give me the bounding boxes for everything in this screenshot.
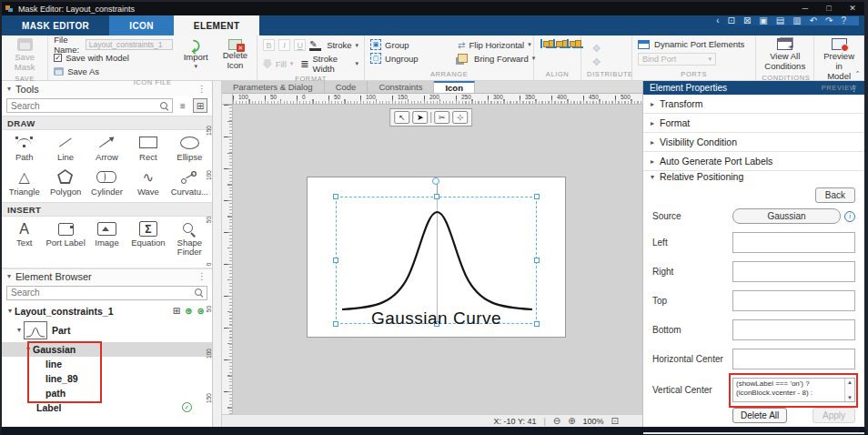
zoom-level[interactable]: 100% xyxy=(583,417,604,426)
flip-horizontal-button[interactable]: ⇄Flip Horizontal▾ xyxy=(458,40,541,50)
gaussian-curve[interactable] xyxy=(337,197,538,325)
canvas-viewport[interactable]: ↖ ➤ ✂ ⊹ xyxy=(233,105,642,414)
quick-access-icon[interactable]: ▣ xyxy=(759,16,767,25)
element-browser-collapse-icon[interactable]: ▾ xyxy=(7,272,11,280)
quick-access-icon[interactable]: ↶ xyxy=(810,16,817,25)
save-as-button[interactable]: Save As xyxy=(54,66,173,77)
ribbon-tab[interactable]: ELEMENT xyxy=(174,15,260,35)
align-middle-icon[interactable] xyxy=(560,39,562,48)
ribbon-tab[interactable]: MASK EDITOR xyxy=(2,15,109,35)
align-center-icon[interactable] xyxy=(552,39,555,48)
add-element-icon[interactable]: ⊕ xyxy=(185,307,192,316)
horizontal-center-field-input[interactable] xyxy=(732,349,855,369)
delete-icon-button[interactable]: Delete Icon xyxy=(219,37,251,72)
preview-in-model-button[interactable]: Preview in Model xyxy=(820,37,858,83)
element-browser-search[interactable] xyxy=(6,286,207,300)
label-visibility-icon[interactable]: ✓ xyxy=(182,402,192,412)
bold-button[interactable]: B xyxy=(263,39,275,51)
ribbon-collapse-icon[interactable]: ⌃ xyxy=(854,70,861,78)
close-button[interactable]: ✕ xyxy=(841,2,864,15)
tools-search-input[interactable] xyxy=(7,101,159,111)
align-bottom-icon[interactable] xyxy=(572,39,575,48)
accordion-section[interactable]: ▸ Transform xyxy=(643,95,864,114)
maximize-button[interactable]: □ xyxy=(817,2,841,15)
direct-select-tool-button[interactable]: ➤ xyxy=(412,111,428,124)
draw-tool[interactable]: ∿ Wave xyxy=(127,169,168,197)
quick-access-icon[interactable]: ▥ xyxy=(792,16,801,25)
top-field-input[interactable] xyxy=(732,290,855,311)
document-tab[interactable]: Code xyxy=(325,81,368,93)
cut-tool-button[interactable]: ✂ xyxy=(434,111,449,124)
stroke-width-label[interactable]: Stroke Width xyxy=(313,54,352,74)
back-button[interactable]: Back xyxy=(815,187,855,203)
element-browser-menu-icon[interactable]: ⋮ xyxy=(197,271,207,281)
tree-item-line[interactable]: line xyxy=(2,357,212,371)
ungroup-button[interactable]: ▢Ungroup xyxy=(370,53,454,64)
insert-tool[interactable]: Image xyxy=(86,221,127,258)
draw-tool[interactable]: Line xyxy=(45,135,86,162)
accordion-section[interactable]: ▸ Format xyxy=(643,114,864,133)
save-mask-button[interactable]: Save Mask xyxy=(7,37,42,74)
draw-tool[interactable]: △ Triangle xyxy=(4,169,45,197)
tools-search[interactable] xyxy=(6,98,173,113)
distribute-vertical-icon[interactable]: ✥ xyxy=(592,57,601,67)
quick-access-icon[interactable]: ⊠ xyxy=(743,16,751,25)
selection-handle-n[interactable] xyxy=(434,194,439,199)
fill-label[interactable]: Fill xyxy=(276,59,287,69)
zoom-in-icon[interactable]: ⊕ xyxy=(568,417,575,426)
accordion-section[interactable]: ▸ Auto Generate Port Labels xyxy=(643,152,864,171)
tree-item-line-89[interactable]: line_89 xyxy=(2,371,212,386)
draw-tool[interactable]: Ellipse xyxy=(169,135,210,162)
insert-tool[interactable]: Σ Equation xyxy=(127,221,168,258)
tree-item-label[interactable]: Label ✓ xyxy=(2,400,212,415)
quick-access-icon[interactable]: ▤ xyxy=(776,16,784,25)
draw-tool[interactable]: Polygon xyxy=(45,169,86,197)
bind-port-dropdown[interactable]: Bind Port ▾ xyxy=(638,53,716,66)
document-tab[interactable]: Icon xyxy=(434,81,475,93)
draw-tool[interactable]: Curvatu... xyxy=(169,169,210,197)
delete-all-button[interactable]: Delete All xyxy=(732,408,787,423)
insert-tool[interactable]: A Text xyxy=(4,221,45,258)
tree-item-root[interactable]: ▾Layout_constraints_1 ⊞ ⊕ ⊛ xyxy=(2,304,212,319)
artboard[interactable]: Gaussian Curve xyxy=(307,177,566,338)
stroke-caret-icon[interactable]: ▾ xyxy=(356,42,359,49)
draw-tool[interactable]: Path xyxy=(4,135,45,162)
import-button[interactable]: ⤸ Import ▾ xyxy=(180,37,212,71)
add-point-tool-button[interactable]: ⊹ xyxy=(452,111,468,124)
dynamic-port-elements-button[interactable]: Dynamic Port Elements xyxy=(638,39,744,49)
quick-access-icon[interactable]: ⊡ xyxy=(728,16,735,25)
align-top-icon[interactable] xyxy=(546,39,549,48)
italic-button[interactable]: I xyxy=(278,39,290,51)
tree-grid-view-icon[interactable]: ⊞ xyxy=(173,307,180,316)
draw-tool[interactable]: Arrow xyxy=(86,135,127,162)
minimize-button[interactable]: ─ xyxy=(793,2,817,15)
insert-tool[interactable]: Shape Finder xyxy=(169,221,210,258)
stroke-width-caret-icon[interactable]: ▾ xyxy=(356,60,359,67)
accordion-section-relative-positioning[interactable]: ▾ Relative Positioning xyxy=(643,171,864,182)
rotation-handle[interactable] xyxy=(432,177,439,185)
selection-box[interactable] xyxy=(336,197,537,324)
distribute-horizontal-icon[interactable]: ✥ xyxy=(592,44,601,54)
list-view-button[interactable]: ≡ xyxy=(176,98,190,113)
insert-tool[interactable]: Port Label xyxy=(45,221,86,258)
grid-view-button[interactable]: ⊞ xyxy=(193,98,207,113)
selection-handle-w[interactable] xyxy=(333,258,338,263)
tree-item-gaussian[interactable]: ▾Gaussian xyxy=(2,342,212,357)
align-right-icon[interactable] xyxy=(566,39,569,48)
selection-handle-ne[interactable] xyxy=(534,194,540,199)
ribbon-tab[interactable]: ICON xyxy=(109,15,174,35)
tools-collapse-icon[interactable]: ▾ xyxy=(7,85,11,93)
quick-access-icon[interactable]: ? xyxy=(841,16,846,25)
tree-item-path[interactable]: path xyxy=(2,386,212,400)
underline-button[interactable]: U xyxy=(294,39,306,51)
align-left-icon[interactable] xyxy=(540,39,542,48)
selection-handle-e[interactable] xyxy=(534,258,540,263)
info-icon[interactable]: i xyxy=(844,211,855,222)
document-tab[interactable]: Parameters & Dialog xyxy=(222,81,325,93)
source-button[interactable]: Gaussian xyxy=(732,208,841,224)
left-field-input[interactable] xyxy=(732,232,855,253)
fill-caret-icon[interactable]: ▾ xyxy=(290,60,294,67)
document-tab[interactable]: Constraints xyxy=(368,81,434,93)
selection-handle-nw[interactable] xyxy=(333,194,338,199)
fit-to-view-icon[interactable]: ⊡ xyxy=(611,417,619,426)
